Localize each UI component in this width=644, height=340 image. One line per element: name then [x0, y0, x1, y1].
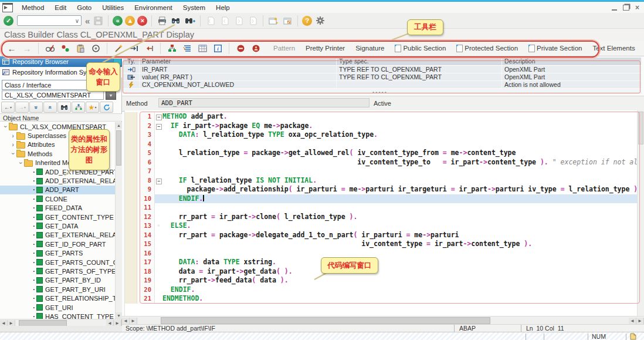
tree-item-get-relationship-type[interactable]: ·GET_RELATIONSHIP_TYPE — [0, 294, 115, 302]
chevron-down-icon[interactable]: ∨ — [73, 18, 81, 24]
code-line[interactable]: 10 ENDIF. — [125, 194, 638, 204]
fold-marker[interactable] — [155, 221, 162, 231]
breakpoint-margin[interactable] — [125, 285, 137, 295]
scroll-down-icon[interactable]: ▼ — [116, 312, 122, 319]
expander-icon[interactable]: › — [9, 133, 16, 139]
code-line[interactable]: 17 DATA: data TYPE xstring. — [125, 258, 638, 267]
code-line[interactable]: 7 — [125, 167, 638, 176]
breakpoint-margin[interactable] — [125, 158, 137, 167]
object-name-dropdown[interactable]: ▼ — [106, 90, 116, 100]
code-line[interactable]: 5 l_relation_type = package->get_allowed… — [125, 149, 638, 158]
code-line[interactable]: 19 rr_part->feed_data( data ). — [125, 276, 638, 285]
collapse-toolbar-icon[interactable]: « — [84, 16, 90, 26]
splitter-handle[interactable]: ••••• — [357, 90, 404, 96]
breakpoint-margin[interactable] — [125, 203, 137, 213]
button-text-elements[interactable]: Text Elements — [588, 43, 639, 53]
code-line[interactable]: 8 IF l_relation_type IS NOT INITIAL. — [125, 176, 638, 186]
new-session-icon[interactable] — [267, 15, 279, 26]
cancel-icon[interactable]: × — [137, 16, 147, 26]
find-next-icon[interactable] — [184, 15, 196, 26]
code-line[interactable]: 12 rr_part = ir_part->clone( l_relation_… — [125, 213, 638, 222]
tree-item-get-parts-count-of-type[interactable]: ·GET_PARTS_COUNT_OF_TYPE — [0, 258, 115, 267]
save-icon[interactable] — [92, 15, 104, 26]
favorites-icon[interactable]: ★▾ — [86, 102, 99, 113]
code-line[interactable]: 21ENDMETHOD. — [125, 294, 638, 304]
fold-marker[interactable] — [155, 176, 162, 186]
scroll-left-icon[interactable]: ◄ — [0, 320, 8, 326]
scroll-up-icon[interactable]: ▲ — [116, 122, 122, 129]
exit-icon[interactable]: ▲ — [125, 16, 135, 26]
breakpoint-margin[interactable] — [125, 176, 137, 186]
button-private-section[interactable]: Private Section — [524, 43, 587, 53]
where-used-icon[interactable] — [90, 42, 101, 54]
button-pattern[interactable]: Pattern — [269, 43, 300, 53]
tree-item-get-parts-of-type[interactable]: ·GET_PARTS_OF_TYPE — [0, 267, 115, 275]
breakpoint-margin[interactable] — [125, 112, 137, 122]
tree-item-add-external-relationship[interactable]: ·ADD_EXTERNAL_RELATIONSHIP — [0, 176, 115, 185]
close-icon[interactable]: × — [635, 5, 639, 10]
scroll-left-icon[interactable]: ◄ — [629, 318, 636, 324]
hierarchy-icon[interactable] — [72, 102, 85, 113]
display-change-icon[interactable] — [44, 42, 56, 54]
breakpoint-margin[interactable] — [125, 122, 137, 131]
tree-item-clone[interactable]: ·CLONE — [0, 194, 115, 203]
breakpoint-margin[interactable] — [125, 213, 137, 222]
breakpoint-margin[interactable] — [125, 240, 137, 249]
copy-icon[interactable] — [74, 42, 86, 54]
scrollbar-thumb[interactable] — [638, 112, 643, 144]
tree-item-get-id-for-part[interactable]: ·GET_ID_FOR_PART — [0, 240, 115, 248]
code-line[interactable]: 6 iv_content_type_to = ir_part->content_… — [125, 158, 638, 167]
tree-item-get-parts[interactable]: ·GET_PARTS — [0, 248, 115, 257]
breakpoint-margin[interactable] — [125, 194, 137, 204]
tree-item-get-uri[interactable]: ·GET_URI — [0, 303, 115, 312]
breakpoint-margin[interactable] — [125, 185, 137, 194]
enter-icon[interactable]: ✓ — [4, 16, 13, 26]
object-name-input[interactable]: CL_XLSX_COMMENTSPART — [2, 90, 104, 100]
breakpoint-margin[interactable] — [125, 140, 137, 149]
tree-item-has-content-type[interactable]: ·HAS_CONTENT_TYPE — [0, 312, 115, 319]
parameter-row[interactable]: value( RR_PART )TYPE REF TO CL_OPENXML_P… — [123, 73, 642, 81]
collapse-all-icon[interactable]: » — [29, 102, 43, 113]
navigate-forward-icon[interactable]: →▾ — [15, 102, 29, 113]
breakpoint-margin[interactable] — [125, 221, 137, 231]
breakpoint-margin[interactable] — [125, 231, 137, 240]
scroll-left-icon[interactable]: ◄ — [122, 318, 130, 324]
code-line[interactable]: 1METHOD add_part. — [125, 112, 638, 122]
menu-method[interactable]: Method — [16, 4, 49, 12]
scroll-right-icon[interactable]: ► — [114, 320, 121, 326]
parameter-row[interactable]: CX_OPENXML_NOT_ALLOWEDAction is not allo… — [123, 81, 642, 89]
navigate-icon[interactable] — [143, 42, 155, 54]
code-line[interactable]: 2 IF ir_part->package EQ me->package. — [125, 122, 638, 131]
breakpoint-margin[interactable] — [125, 267, 137, 277]
code-line[interactable]: 4 — [125, 140, 638, 149]
breakpoint-margin[interactable] — [125, 149, 137, 158]
scrollbar-thumb[interactable] — [161, 317, 490, 324]
parameter-row[interactable]: IR_PARTTYPE REF TO CL_OPENXML_PARTOpenXM… — [123, 66, 642, 73]
indent-icon[interactable] — [128, 42, 140, 54]
code-line[interactable]: 13 ELSE. — [125, 221, 638, 231]
customize-icon[interactable] — [314, 15, 326, 26]
tree-item-get-data[interactable]: ·GET_DATA — [0, 221, 115, 230]
first-page-icon[interactable] — [205, 15, 216, 26]
back-icon[interactable]: « — [113, 16, 123, 26]
forward-arrow-icon[interactable]: → — [21, 42, 33, 54]
find-icon[interactable] — [57, 102, 71, 113]
last-page-icon[interactable] — [247, 15, 259, 26]
code-line[interactable]: 14 rr_part = package->delegate_add_1_to_… — [125, 231, 638, 240]
menu-system[interactable]: System — [178, 4, 211, 12]
scroll-right-icon[interactable]: ► — [636, 318, 644, 324]
breakpoint-margin[interactable] — [125, 130, 137, 140]
fold-marker[interactable] — [155, 112, 162, 122]
table-view-icon[interactable] — [196, 42, 208, 54]
print-icon[interactable] — [156, 15, 168, 26]
tree-item-get-external-relationships[interactable]: ·GET_EXTERNAL_RELATIONSHIPS — [0, 231, 115, 240]
find-icon[interactable] — [170, 15, 182, 26]
button-protected-section[interactable]: Protected Section — [452, 43, 523, 53]
tree-vertical-scrollbar[interactable]: ▲ ▼ — [115, 122, 122, 319]
previous-page-icon[interactable] — [219, 15, 231, 26]
refresh-icon[interactable] — [100, 102, 113, 113]
code-line[interactable]: 9 package->add_relationship( ir_parturi … — [125, 185, 638, 194]
next-page-icon[interactable] — [233, 15, 245, 26]
expand-all-icon[interactable]: « — [43, 102, 57, 113]
button-pretty-printer[interactable]: Pretty Printer — [301, 43, 350, 53]
